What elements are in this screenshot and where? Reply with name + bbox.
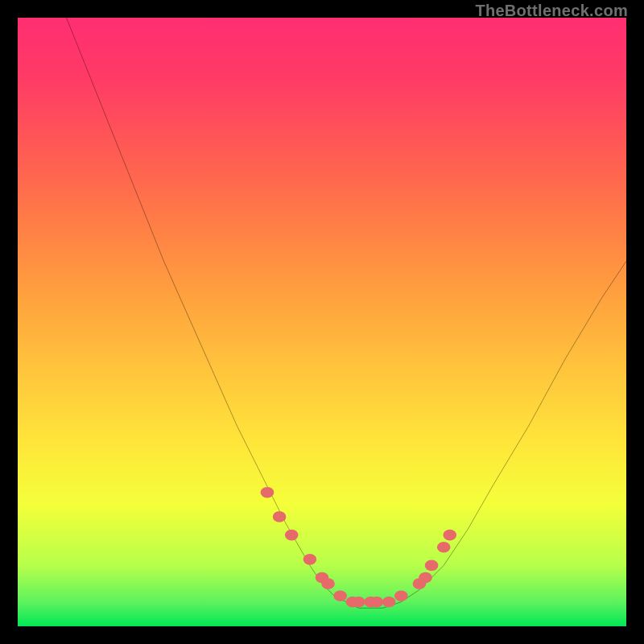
plot-gradient-area — [18, 18, 626, 626]
chart-svg — [18, 18, 626, 626]
marker-point — [333, 590, 347, 601]
marker-point — [382, 597, 396, 608]
highlight-markers — [261, 487, 456, 608]
marker-point — [443, 530, 456, 541]
marker-point — [261, 487, 275, 498]
marker-point — [285, 530, 299, 541]
marker-point — [437, 542, 451, 553]
marker-point — [303, 554, 317, 565]
marker-point — [370, 597, 384, 608]
marker-point — [419, 572, 432, 584]
marker-point — [273, 511, 287, 522]
marker-point — [352, 597, 365, 608]
marker-point — [394, 590, 408, 601]
chart-container: TheBottleneck.com — [0, 0, 644, 644]
bottleneck-curve — [66, 18, 626, 608]
marker-point — [425, 560, 439, 572]
marker-point — [321, 578, 335, 589]
